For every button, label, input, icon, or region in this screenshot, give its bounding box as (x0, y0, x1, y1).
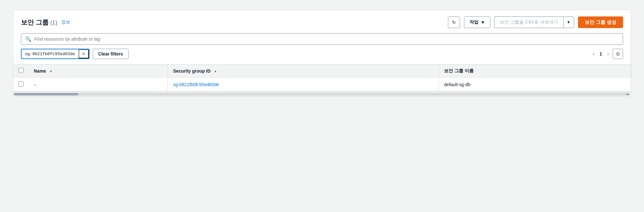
scrollbar-thumb (14, 93, 78, 96)
filter-row: sg-0621fb0fc95ed83de ✕ Clear filters ‹ 1… (21, 49, 623, 59)
col-name-label: Name (34, 68, 46, 74)
security-groups-table: Name ▼ Security group ID ▼ 보안 그룹 이름 (13, 65, 631, 92)
info-link[interactable]: 정보 (61, 19, 70, 25)
row-sg-name-value: default-sg-db (444, 82, 470, 87)
row-checkbox-cell (13, 77, 29, 92)
table-header: Name ▼ Security group ID ▼ 보안 그룹 이름 (13, 65, 631, 77)
row-name-cell: – (29, 77, 168, 92)
action-dropdown-icon: ▼ (480, 20, 485, 25)
filter-tag-value: sg-0621fb0fc95ed83de (22, 49, 79, 58)
row-checkbox[interactable] (18, 81, 24, 86)
scroll-right-arrow[interactable]: ► (626, 92, 630, 96)
col-name-sort-icon: ▼ (49, 70, 52, 73)
chevron-right-icon: › (607, 51, 609, 57)
security-groups-panel: 보안 그룹 (1) 정보 ↻ 작업 ▼ 보안 그룹을 CSV로 내보내기 ▼ 보… (13, 10, 631, 96)
count-badge: (1) (50, 19, 57, 26)
refresh-button[interactable]: ↻ (448, 16, 460, 28)
search-input[interactable] (34, 36, 619, 42)
col-sg-id-label: Security group ID (173, 68, 211, 74)
refresh-icon: ↻ (452, 20, 456, 25)
export-button-group: 보안 그룹을 CSV로 내보내기 ▼ (494, 16, 574, 28)
export-label: 보안 그룹을 CSV로 내보내기 (500, 19, 558, 25)
row-sg-name-cell: default-sg-db (439, 77, 631, 92)
next-page-button[interactable]: › (605, 50, 611, 57)
clear-filters-button[interactable]: Clear filters (93, 49, 128, 59)
action-button[interactable]: 작업 ▼ (464, 16, 490, 28)
filter-tag-close-button[interactable]: ✕ (79, 49, 89, 58)
gear-icon: ⚙ (616, 51, 620, 57)
scrollbar-track (14, 93, 630, 96)
export-main-button[interactable]: 보안 그룹을 CSV로 내보내기 (494, 16, 563, 28)
table-container: Name ▼ Security group ID ▼ 보안 그룹 이름 (13, 64, 631, 96)
row-name-value: – (34, 82, 36, 87)
export-dropdown-button[interactable]: ▼ (563, 16, 574, 28)
col-name: Name ▼ (29, 65, 168, 77)
close-icon: ✕ (82, 51, 86, 56)
col-security-group-id: Security group ID ▼ (168, 65, 439, 77)
prev-page-button[interactable]: ‹ (591, 50, 596, 57)
col-sg-id-sort-icon: ▼ (214, 70, 217, 73)
search-bar: 🔍 (21, 33, 623, 45)
table-row: – sg-0621fb0fc95ed83de default-sg-db (13, 77, 631, 92)
header-row: 보안 그룹 (1) 정보 ↻ 작업 ▼ 보안 그룹을 CSV로 내보내기 ▼ 보… (21, 16, 623, 28)
title-text: 보안 그룹 (21, 19, 49, 26)
current-page: 1 (598, 51, 603, 56)
row-sg-id-cell: sg-0621fb0fc95ed83de (168, 77, 439, 92)
pagination: ‹ 1 › ⚙ (591, 49, 623, 59)
col-sg-name: 보안 그룹 이름 (439, 65, 631, 77)
action-label: 작업 (469, 19, 478, 25)
col-sg-name-label: 보안 그룹 이름 (444, 68, 474, 73)
create-button[interactable]: 보안 그룹 생성 (578, 16, 623, 28)
table-settings-button[interactable]: ⚙ (613, 49, 623, 59)
filter-tag: sg-0621fb0fc95ed83de ✕ (21, 49, 90, 59)
col-checkbox (13, 65, 29, 77)
export-dropdown-icon: ▼ (567, 20, 571, 25)
chevron-left-icon: ‹ (593, 51, 594, 57)
row-sg-id-link[interactable]: sg-0621fb0fc95ed83de (173, 82, 219, 87)
select-all-checkbox[interactable] (18, 68, 24, 73)
search-icon: 🔍 (25, 36, 32, 42)
horizontal-scrollbar[interactable]: ◄ ► (13, 92, 631, 96)
table-body: – sg-0621fb0fc95ed83de default-sg-db (13, 77, 631, 92)
page-title: 보안 그룹 (1) (21, 18, 57, 27)
